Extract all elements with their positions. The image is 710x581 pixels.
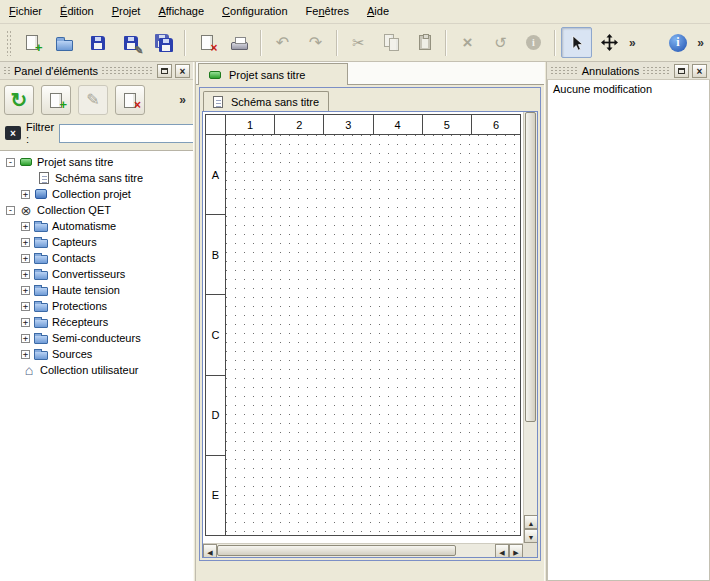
tree-expander-plus-icon[interactable]: + [21,270,30,279]
tree-item-schema-sans-titre[interactable]: Schéma sans titre [0,170,193,186]
delete-element-button[interactable]: × [115,85,145,115]
dock-title-texture [642,66,671,75]
scroll-left-button-alt[interactable]: ◀ [495,544,509,558]
copy-button[interactable] [376,27,407,58]
tree-item-collection-utilisateur[interactable]: ⌂Collection utilisateur [0,362,193,378]
save-all-icon [152,31,176,55]
elements-dock-close-button[interactable]: × [175,64,190,78]
scroll-down-button[interactable]: ▼ [524,529,538,543]
undo-dock-float-button[interactable] [674,64,689,78]
menu-item-fichier[interactable]: Fichier [0,0,51,23]
menu-item-edition[interactable]: Édition [51,0,103,23]
tree-item-recepteurs[interactable]: +Récepteurs [0,314,193,330]
elements-dock-float-button[interactable] [157,64,172,78]
scroll-right-button[interactable]: ▶ [509,544,523,558]
object-info-button[interactable]: i [518,27,549,58]
schema-grid[interactable] [226,135,520,535]
vertical-scrollbar-thumb[interactable] [525,112,536,422]
tree-item-sources[interactable]: +Sources [0,346,193,362]
horizontal-scrollbar[interactable]: ◀ ◀ ▶ [203,543,523,557]
tree-item-automatisme[interactable]: +Automatisme [0,218,193,234]
tree-expander-plus-icon[interactable]: + [21,190,30,199]
main-area: Panel d'éléments × ↻+✎× » × Filtrer : -P… [0,62,710,581]
horizontal-scrollbar-thumb[interactable] [217,545,456,556]
ruler-column-label: 5 [423,115,472,134]
about-button[interactable]: i [662,27,693,58]
redo-button[interactable]: ↷ [300,27,331,58]
open-project-button[interactable] [49,27,80,58]
tree-item-convertisseurs[interactable]: +Convertisseurs [0,266,193,282]
tree-item-semi-conducteurs[interactable]: +Semi-conducteurs [0,330,193,346]
save-all-button[interactable] [148,27,179,58]
folder-icon [33,251,49,265]
project-tab[interactable]: Projet sans titre [198,63,348,85]
tree-expander-plus-icon[interactable]: + [21,222,30,231]
tree-expander-plus-icon[interactable]: + [21,302,30,311]
menu-item-configuration[interactable]: Configuration [213,0,296,23]
menu-item-projet[interactable]: Projet [103,0,150,23]
tree-expander-minus-icon[interactable]: - [6,158,15,167]
scrollbar-corner [523,543,537,557]
tree-item-haute-tension[interactable]: +Haute tension [0,282,193,298]
reload-collections-button[interactable]: ↻ [4,85,34,115]
tools-toolbar [560,27,626,58]
new-project-button[interactable]: + [16,27,47,58]
save-as-button[interactable]: ✎ [115,27,146,58]
project-tab-label: Projet sans titre [229,69,305,81]
arrow-up-icon: ▲ [528,516,535,528]
vertical-scrollbar-track[interactable] [524,112,537,515]
tree-item-contacts[interactable]: +Contacts [0,250,193,266]
close-icon: × [697,65,703,77]
cut-button[interactable]: ✂ [343,27,374,58]
menu-item-fenetres[interactable]: Fenêtres [297,0,358,23]
tree-expander-plus-icon[interactable]: + [21,350,30,359]
delete-button[interactable]: × [452,27,483,58]
toolbar-overflow-button[interactable]: » [694,36,707,50]
tree-item-label: Convertisseurs [52,268,125,280]
folder-icon [33,219,49,233]
tree-expander-plus-icon[interactable]: + [21,254,30,263]
tree-expander-plus-icon[interactable]: + [21,238,30,247]
scheme-tab[interactable]: Schéma sans titre [203,91,329,111]
save-button[interactable] [82,27,113,58]
tree-expander-plus-icon[interactable]: + [21,286,30,295]
tree-item-collection-projet[interactable]: +Collection projet [0,186,193,202]
scroll-up-button[interactable]: ▲ [524,515,538,529]
tree-item-protections[interactable]: +Protections [0,298,193,314]
toolbar-separator [336,30,338,56]
close-document-icon: × [195,31,219,55]
vertical-scrollbar[interactable]: ▲ ▼ [523,112,537,543]
undo-dock-close-button[interactable]: × [692,64,707,78]
tree-item-capteurs[interactable]: +Capteurs [0,234,193,250]
toolbar-drag-handle[interactable] [6,30,12,56]
ruler-row-label: E [206,456,225,535]
new-element-icon: + [44,88,68,112]
tree-item-projet-sans-titre[interactable]: -Projet sans titre [0,154,193,170]
print-button[interactable] [224,27,255,58]
pan-tool-button[interactable] [594,27,625,58]
filter-input[interactable] [59,124,209,143]
clear-filter-button[interactable]: × [5,126,21,140]
toolbar-area: +✎×↶↷✂×↺i » i » [0,24,710,62]
edit-element-button[interactable]: ✎ [78,85,108,115]
select-tool-button[interactable] [561,27,592,58]
ruler-column-label: 2 [275,115,324,134]
tools-overflow-button[interactable]: » [626,36,639,50]
undo-button[interactable]: ↶ [267,27,298,58]
new-element-button[interactable]: + [41,85,71,115]
paste-button[interactable] [409,27,440,58]
tree-expander-plus-icon[interactable]: + [21,334,30,343]
schema-canvas[interactable]: 123456 ABCDE [203,112,523,543]
rotate-button[interactable]: ↺ [485,27,516,58]
element-toolbar-overflow-button[interactable]: » [176,93,189,107]
scroll-left-button[interactable]: ◀ [203,544,217,558]
tree-expander-minus-icon[interactable]: - [6,206,15,215]
horizontal-scrollbar-track[interactable] [217,544,495,557]
menu-item-aide[interactable]: Aide [358,0,398,23]
cut-icon: ✂ [347,31,371,55]
menu-item-affichage[interactable]: Affichage [149,0,213,23]
close-project-button[interactable]: × [191,27,222,58]
tree-item-collection-qet[interactable]: -⊗Collection QET [0,202,193,218]
tree-expander-plus-icon[interactable]: + [21,318,30,327]
project-icon [207,68,223,82]
